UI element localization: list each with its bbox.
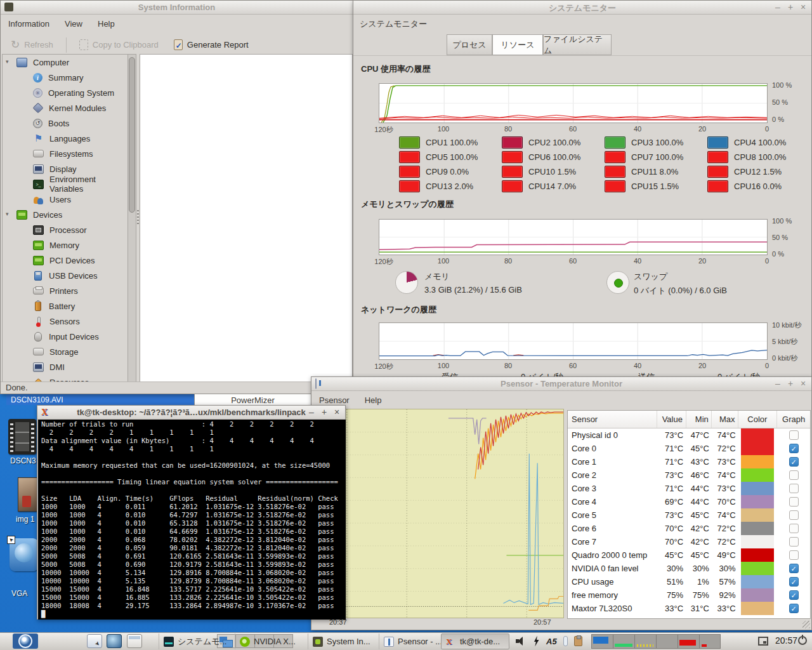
col-graph[interactable]: Graph xyxy=(777,411,810,428)
tree-item-battery[interactable]: Battery xyxy=(3,298,128,314)
col-sensor[interactable]: Sensor xyxy=(568,411,657,428)
clipboard-tray-icon[interactable] xyxy=(574,636,582,646)
tree-item-memory[interactable]: Memory xyxy=(3,237,128,253)
sensor-row[interactable]: Core 670°C42°C72°C xyxy=(568,522,810,535)
menu-help[interactable]: Help xyxy=(365,395,382,405)
desktop-selected-file-label[interactable]: DSCN3109.AVI xyxy=(6,394,194,405)
graph-checkbox[interactable] xyxy=(789,564,799,573)
taskbar-clock[interactable]: 20:57 xyxy=(775,635,797,646)
sensor-row[interactable]: Quadro 2000 0 temp45°C45°C49°C xyxy=(568,548,810,562)
desktop-file-video-icon[interactable] xyxy=(8,419,36,454)
graph-checkbox[interactable] xyxy=(789,444,799,453)
sysmon-titlebar[interactable]: システムモニター xyxy=(353,1,811,15)
maximize-button[interactable] xyxy=(787,2,794,12)
tree-item-boots[interactable]: Boots xyxy=(3,116,128,131)
col-max[interactable]: Max xyxy=(712,411,738,428)
sensor-row[interactable]: Core 469°C44°C70°C xyxy=(568,495,810,508)
tree-item-environment-variables[interactable]: Environment Variables xyxy=(3,176,128,192)
tree-scrollbar[interactable] xyxy=(128,54,136,382)
graph-checkbox[interactable] xyxy=(789,577,799,587)
terminal-output[interactable]: Number of trials to run : 4 2 2 2 2 2 2 … xyxy=(38,420,346,620)
sysinfo-titlebar[interactable]: System Information xyxy=(1,1,353,15)
graph-checkbox[interactable] xyxy=(789,484,799,493)
scrollbar-thumb[interactable] xyxy=(129,57,135,213)
keyboard-layout-indicator[interactable]: A5 xyxy=(546,637,557,646)
volume-icon[interactable] xyxy=(515,636,527,646)
power-manager-icon[interactable] xyxy=(533,636,540,647)
tab-resources[interactable]: リソース xyxy=(492,34,543,55)
copy-to-clipboard-button[interactable]: Copy to Clipboard xyxy=(74,37,164,53)
taskbar-item-system-information[interactable]: System In... xyxy=(308,633,379,649)
close-button[interactable] xyxy=(334,407,340,417)
graph-checkbox[interactable] xyxy=(789,430,799,440)
show-desktop-button[interactable] xyxy=(758,637,768,646)
web-browser-icon[interactable] xyxy=(107,634,122,648)
sensor-row[interactable]: Core 371°C44°C73°C xyxy=(568,482,810,495)
tree-item-processor[interactable]: Processor xyxy=(3,222,128,237)
minimize-button[interactable] xyxy=(775,2,781,12)
color-swatch[interactable] xyxy=(741,482,774,495)
tree-item-printers[interactable]: Printers xyxy=(3,283,128,298)
sensor-row[interactable]: CPU usage51%1%57% xyxy=(568,575,810,588)
refresh-button[interactable]: Refresh xyxy=(6,37,58,52)
cpu-monitor-applet[interactable] xyxy=(591,634,613,649)
terminal-titlebar[interactable]: X tk@tk-desktop: ~/ã??ã?¦ã?³ã…ux/mkl/ben… xyxy=(37,406,345,420)
tree-item-input-devices[interactable]: Input Devices xyxy=(3,329,128,344)
nvidia-settings-window-peek[interactable]: PowerMizer xyxy=(194,394,311,406)
taskbar-item-system-monitor[interactable]: システムモ... xyxy=(159,633,235,649)
network-monitor-applet[interactable] xyxy=(634,634,656,649)
color-swatch[interactable] xyxy=(741,508,774,522)
expander-icon[interactable] xyxy=(6,58,9,65)
menu-information[interactable]: Information xyxy=(8,19,49,29)
tree-item-storage[interactable]: Storage xyxy=(3,344,128,359)
sensor-row[interactable]: Core 770°C42°C72°C xyxy=(568,535,810,548)
sensor-row[interactable]: Physical id 073°C47°C74°C xyxy=(568,428,810,442)
file-manager-icon[interactable] xyxy=(87,634,102,648)
color-swatch[interactable] xyxy=(741,602,774,615)
close-button[interactable] xyxy=(800,2,806,12)
tree-item-languages[interactable]: Languages xyxy=(3,131,128,146)
sensor-row[interactable]: free memory75%75%92% xyxy=(568,588,810,602)
graph-checkbox[interactable] xyxy=(789,497,799,507)
desktop-shortcut-vga-label[interactable]: VGA xyxy=(11,589,27,598)
color-swatch[interactable] xyxy=(741,575,774,588)
desktop-file-image-label[interactable]: img 1 xyxy=(16,515,34,524)
tree-item-users[interactable]: Users xyxy=(3,192,128,207)
temperature-tray-icon[interactable] xyxy=(563,636,568,646)
color-swatch[interactable] xyxy=(741,562,774,575)
tree-item-filesystems[interactable]: Filesystems xyxy=(3,146,128,161)
color-swatch[interactable] xyxy=(741,588,774,602)
sensor-row[interactable]: Core 573°C45°C74°C xyxy=(568,508,810,522)
minimize-button[interactable] xyxy=(775,378,781,388)
tree-item-pci-devices[interactable]: PCI Devices xyxy=(3,253,128,268)
col-value[interactable]: Value xyxy=(657,411,686,428)
psensor-titlebar[interactable]: Psensor - Temperature Monitor xyxy=(311,377,811,391)
graph-checkbox[interactable] xyxy=(789,457,799,467)
graph-checkbox[interactable] xyxy=(789,470,799,480)
generate-report-button[interactable]: Generate Report xyxy=(169,37,254,53)
tree-group-devices[interactable]: Devices xyxy=(3,207,128,222)
shutdown-button[interactable] xyxy=(798,636,807,645)
window-launcher-icon[interactable] xyxy=(127,634,142,648)
sensor-row[interactable]: Core 071°C45°C72°C xyxy=(568,442,810,455)
sensor-row[interactable]: Core 171°C43°C73°C xyxy=(568,455,810,468)
col-color[interactable]: Color xyxy=(738,411,778,428)
desktop-shortcut-vga-icon[interactable] xyxy=(10,538,39,571)
graph-checkbox[interactable] xyxy=(789,537,799,547)
tree-item-summary[interactable]: Summary xyxy=(3,70,128,85)
disk-monitor-applet[interactable] xyxy=(699,634,721,649)
graph-checkbox[interactable] xyxy=(789,604,799,613)
load-monitor-applet[interactable] xyxy=(678,634,699,649)
tree-item-operating-system[interactable]: Operating System xyxy=(3,85,128,100)
resize-grip[interactable] xyxy=(802,621,810,628)
graph-checkbox[interactable] xyxy=(789,550,799,560)
tree-group-computer[interactable]: Computer xyxy=(3,55,128,70)
menu-system-monitor[interactable]: システムモニター xyxy=(360,18,427,30)
tab-filesystems[interactable]: ファイルシステム xyxy=(543,34,612,55)
color-swatch[interactable] xyxy=(741,428,774,442)
color-swatch[interactable] xyxy=(741,455,774,468)
color-swatch[interactable] xyxy=(741,495,774,508)
tree-item-usb-devices[interactable]: USB Devices xyxy=(3,268,128,283)
menu-psensor[interactable]: Psensor xyxy=(319,395,350,405)
expander-icon[interactable] xyxy=(6,211,9,217)
